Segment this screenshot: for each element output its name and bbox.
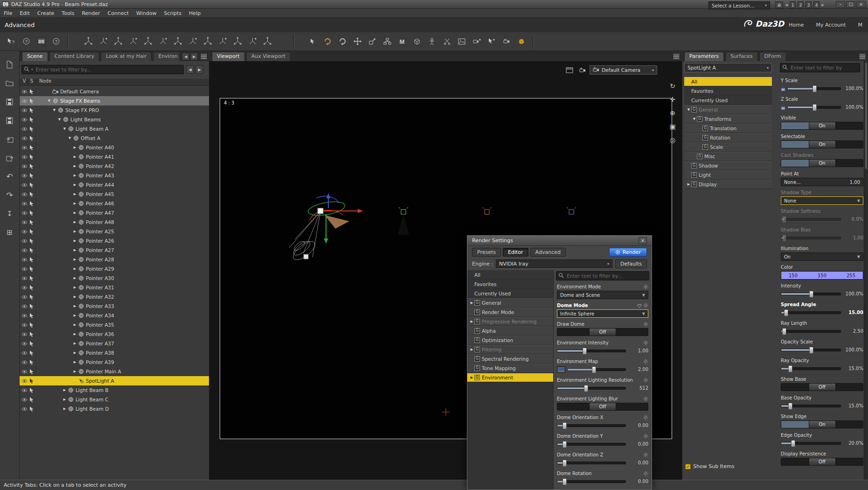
render-settings-category-optimization[interactable]: GOptimization	[467, 336, 553, 345]
camera-tool-icon[interactable]	[500, 35, 514, 49]
visibility-eye-icon[interactable]	[21, 370, 28, 374]
expand-arrow-icon[interactable]: ▶	[686, 182, 691, 186]
expand-arrow-icon[interactable]: ▶	[72, 314, 77, 317]
visibility-eye-icon[interactable]	[21, 407, 28, 411]
tab-content-library[interactable]: Content Library	[49, 52, 100, 61]
expand-arrow-icon[interactable]: ▶	[72, 174, 77, 177]
slider-track[interactable]	[557, 462, 626, 464]
visibility-eye-icon[interactable]	[21, 388, 28, 392]
page-prev-icon[interactable]: ◀	[785, 3, 788, 7]
param-value[interactable]: 2.00	[628, 367, 648, 372]
param-slider[interactable]: 100.0%	[781, 289, 863, 298]
defaults-button[interactable]: Defaults	[615, 259, 647, 268]
toggle-button[interactable]: On	[809, 159, 836, 167]
tab-aux-viewport[interactable]: Aux Viewport	[246, 52, 291, 61]
selectable-cursor-icon[interactable]	[28, 89, 35, 95]
parameters-category-display[interactable]: ▶GDisplay	[684, 180, 772, 189]
parameters-category-all[interactable]: All	[684, 77, 772, 86]
node-center-tool-icon[interactable]	[141, 35, 155, 49]
slider-handle[interactable]	[782, 328, 786, 335]
menu-create[interactable]: Create	[34, 10, 58, 16]
undo-icon[interactable]: ↶	[3, 169, 17, 183]
expand-arrow-icon[interactable]: ▶	[72, 192, 77, 196]
expand-arrow-icon[interactable]: ▶	[72, 248, 77, 252]
visibility-eye-icon[interactable]	[21, 164, 28, 168]
map-thumbnail[interactable]	[557, 366, 565, 373]
maximize-button[interactable]: □	[846, 1, 855, 7]
expand-arrow-icon[interactable]: ▶	[72, 342, 77, 345]
scene-node-pointer-a40[interactable]: ▶Pointer A40	[20, 143, 209, 152]
import-icon[interactable]	[3, 132, 17, 146]
slider-track[interactable]	[557, 387, 626, 390]
param-gear-icon[interactable]	[643, 396, 648, 401]
scene-node-light-beam-c[interactable]: ▶Light Beam C	[20, 395, 209, 404]
scene-node-pointer-a25[interactable]: ▶Pointer A25	[20, 227, 209, 236]
expand-arrow-icon[interactable]: ▶	[469, 320, 474, 323]
expand-arrow-icon[interactable]: ▶	[72, 239, 77, 243]
pointer-tool-icon[interactable]	[485, 35, 499, 49]
selectable-cursor-icon[interactable]	[28, 247, 35, 253]
expand-arrow-icon[interactable]: ▶	[72, 323, 77, 327]
slider-handle[interactable]	[562, 422, 567, 429]
param-toggle[interactable]: Off	[557, 328, 648, 336]
header-link-m[interactable]: M	[858, 22, 862, 28]
selectable-cursor-icon[interactable]	[28, 359, 35, 365]
help-tool-icon[interactable]: ?	[19, 35, 33, 49]
scene-filter-input[interactable]	[35, 66, 181, 73]
expand-arrow-icon[interactable]: ▶	[62, 407, 67, 411]
visibility-eye-icon[interactable]	[21, 258, 28, 262]
scene-node-pointer-a39[interactable]: ▶Pointer A39	[20, 357, 209, 367]
selectable-cursor-icon[interactable]	[28, 229, 35, 235]
visibility-eye-icon[interactable]	[21, 211, 28, 215]
slider-track[interactable]	[557, 424, 626, 427]
scene-node-pointer-a47[interactable]: ▶Pointer A47	[20, 208, 209, 217]
expand-arrow-icon[interactable]: ▼	[67, 136, 72, 140]
selectable-cursor-icon[interactable]	[28, 238, 35, 244]
scene-node-pointer-a44[interactable]: ▶Pointer A44	[20, 180, 209, 189]
slider-track[interactable]	[781, 330, 841, 333]
tab-scroll-right-icon[interactable]: ▶	[190, 53, 198, 60]
toggle-button[interactable]: Off	[589, 403, 616, 411]
param-gear-icon[interactable]	[643, 359, 648, 364]
slider-track[interactable]	[781, 442, 841, 445]
parameters-category-misc[interactable]: GMisc	[684, 152, 772, 161]
parameter-filter-box[interactable]	[780, 63, 860, 72]
selectable-cursor-icon[interactable]	[28, 322, 35, 328]
cone-end-handle[interactable]	[304, 254, 308, 259]
slider-track[interactable]	[557, 350, 626, 352]
render-settings-category-environment[interactable]: ▶GEnvironment	[467, 373, 553, 382]
expand-arrow-icon[interactable]: ▶	[62, 398, 67, 401]
expand-arrow-icon[interactable]: ▶	[72, 211, 77, 215]
visibility-eye-icon[interactable]	[21, 379, 28, 383]
param-value[interactable]: 0.00	[628, 441, 648, 447]
slider-handle[interactable]	[788, 365, 792, 372]
expand-arrow-icon[interactable]: ▶	[469, 301, 474, 305]
texture-tool-icon[interactable]	[455, 35, 469, 49]
expand-arrow-icon[interactable]: ▶	[62, 388, 67, 392]
scene-node-stage-fx-pro[interactable]: ▼Stage FX PRO	[20, 105, 209, 115]
pan-view-icon[interactable]: ✛	[667, 94, 678, 105]
param-dropdown[interactable]: None▼	[781, 196, 863, 205]
visibility-eye-icon[interactable]	[21, 146, 28, 150]
expand-arrow-icon[interactable]: ▶	[72, 295, 77, 299]
scene-node-pointer-a43[interactable]: ▶Pointer A43	[20, 171, 209, 180]
figure-tool-icon[interactable]	[425, 35, 439, 49]
lesson-selector[interactable]: Select a Lesson... ▾	[708, 1, 770, 9]
node-joint-tool-icon[interactable]	[230, 35, 244, 49]
visibility-eye-icon[interactable]	[21, 342, 28, 346]
orbit-view-icon[interactable]: ↻	[667, 81, 678, 91]
param-value[interactable]: 1.00	[843, 235, 863, 240]
selectable-cursor-icon[interactable]	[28, 285, 35, 291]
scene-back-button[interactable]: ◀	[186, 65, 194, 74]
param-value[interactable]: 0.00	[628, 460, 648, 465]
slider-track[interactable]	[787, 87, 841, 90]
page-button-2[interactable]: 2	[798, 1, 804, 8]
expand-arrow-icon[interactable]: ▶	[72, 286, 77, 289]
frame-view-icon[interactable]: ▣	[667, 121, 678, 132]
param-value[interactable]: 0.0%	[843, 217, 863, 222]
visibility-eye-icon[interactable]	[21, 108, 28, 112]
expand-arrow-icon[interactable]: ▶	[72, 370, 77, 373]
expand-arrow-icon[interactable]: ▼	[62, 127, 67, 131]
pane-menu-icon[interactable]	[200, 53, 208, 60]
slider-track[interactable]	[787, 106, 841, 109]
